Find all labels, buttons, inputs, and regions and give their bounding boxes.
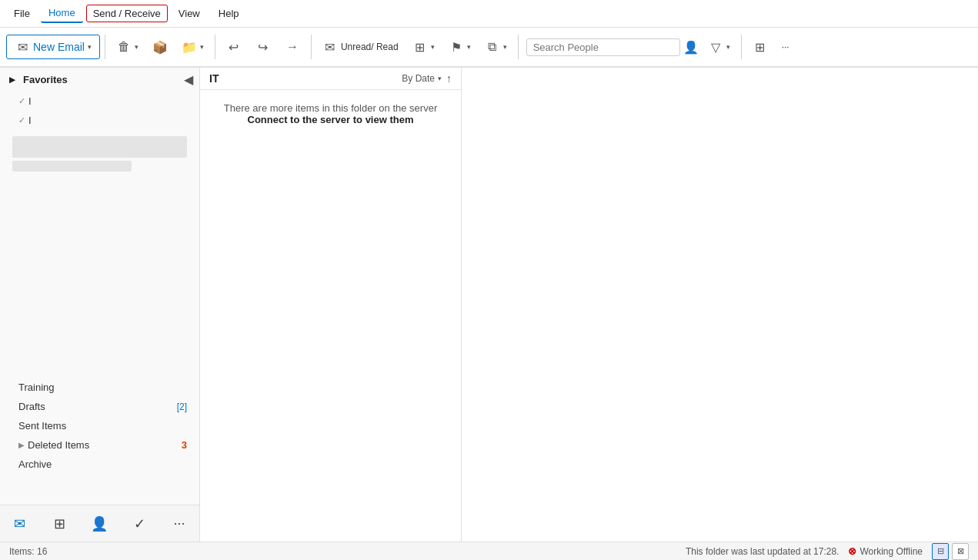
- move-dropdown-arrow[interactable]: ▾: [200, 43, 204, 51]
- separator-1: [105, 35, 105, 59]
- drafts-badge: [2]: [177, 402, 187, 412]
- layout-icon: ⊞: [753, 39, 768, 55]
- contact-search-button[interactable]: 👤: [682, 38, 700, 56]
- content-list-header: IT By Date ▾ ↑: [200, 68, 461, 90]
- new-email-dropdown-arrow[interactable]: ▾: [88, 43, 92, 51]
- unread-read-label: Unread/ Read: [341, 42, 399, 52]
- menu-send-receive[interactable]: Send / Receive: [86, 5, 168, 22]
- menu-view[interactable]: View: [171, 5, 208, 22]
- sidebar-item-deleted[interactable]: ▶ Deleted Items 3: [0, 435, 199, 455]
- sort-label: By Date: [402, 73, 435, 84]
- rules-dropdown-arrow[interactable]: ▾: [503, 43, 507, 51]
- menu-bar: File Home Send / Receive View Help: [0, 0, 978, 28]
- flag-icon: ⚑: [449, 39, 464, 55]
- sidebar-item-sent[interactable]: Sent Items: [0, 416, 199, 435]
- last-updated-text: This folder was last updated at 17:28.: [686, 546, 839, 557]
- separator-4: [518, 35, 519, 59]
- filter-icon: ▽: [708, 39, 723, 55]
- sidebar-item-inbox2[interactable]: ✓ I: [0, 111, 199, 130]
- favorites-chevron: ▶: [9, 75, 15, 84]
- separator-5: [741, 35, 742, 59]
- sidebar-item-training[interactable]: Training: [0, 378, 199, 397]
- server-notice: There are more items in this folder on t…: [200, 90, 461, 138]
- sidebar-item-archive[interactable]: Archive: [0, 455, 199, 474]
- offline-label: Working Offline: [860, 546, 923, 557]
- content-list: IT By Date ▾ ↑ There are more items in t…: [200, 68, 462, 542]
- search-people-input[interactable]: [533, 42, 649, 53]
- connect-server-link[interactable]: Connect to the server to view them: [209, 114, 452, 125]
- inbox2-label: ✓ I: [18, 115, 32, 126]
- sort-controls: By Date ▾ ↑: [402, 72, 452, 85]
- rules-button[interactable]: ⧉ ▾: [479, 36, 513, 58]
- flag-button[interactable]: ⚑ ▾: [442, 36, 477, 58]
- inbox1-label: ✓ I: [18, 95, 32, 107]
- redo-icon: ↪: [255, 39, 271, 55]
- deleted-items-expand: ▶ Deleted Items: [18, 439, 89, 451]
- inbox1-check: ✓: [18, 96, 25, 106]
- archive-button[interactable]: 📦: [146, 36, 174, 58]
- reading-pane-view-button[interactable]: ⊟: [932, 543, 949, 560]
- offline-x-icon: ⊗: [848, 545, 856, 557]
- items-count: Items: 16: [9, 546, 47, 557]
- menu-help[interactable]: Help: [211, 5, 247, 22]
- sort-direction-button[interactable]: ↑: [446, 72, 452, 85]
- move-button[interactable]: 📁 ▾: [175, 36, 210, 58]
- redo-button[interactable]: ↪: [249, 36, 277, 58]
- delete-dropdown-arrow[interactable]: ▾: [135, 43, 139, 51]
- menu-home[interactable]: Home: [41, 4, 83, 23]
- unread-read-button[interactable]: ✉ Unread/ Read: [316, 36, 405, 58]
- sort-by-date[interactable]: By Date ▾: [402, 73, 442, 84]
- more-options-label: ···: [782, 42, 789, 52]
- flag-dropdown-arrow[interactable]: ▾: [467, 43, 471, 51]
- delete-button[interactable]: 🗑 ▾: [110, 36, 145, 58]
- nav-calendar[interactable]: ⊞: [46, 510, 74, 538]
- status-bar: Items: 16 This folder was last updated a…: [0, 542, 978, 560]
- sidebar-item-drafts[interactable]: Drafts [2]: [0, 397, 199, 416]
- layout-button[interactable]: ⊞: [746, 36, 774, 58]
- compact-view-button[interactable]: ⊠: [952, 543, 969, 560]
- move-icon: 📁: [182, 39, 197, 55]
- nav-tasks[interactable]: ✓: [125, 510, 153, 538]
- separator-3: [311, 35, 312, 59]
- more-nav-icon: ···: [174, 515, 185, 532]
- sidebar-collapse-button[interactable]: ◀: [182, 71, 195, 88]
- group-icon: ⊞: [412, 39, 428, 55]
- mail-icon: ✉: [15, 39, 30, 55]
- sort-dropdown-arrow[interactable]: ▾: [438, 75, 442, 82]
- inbox2-check: ✓: [18, 115, 25, 125]
- sidebar: ▶ Favorites ✓ I ✓ I: [0, 68, 200, 542]
- toolbar: ✉ New Email ▾ 🗑 ▾ 📦 📁 ▾ ↩ ↪ → ✉ Unread/ …: [0, 28, 978, 68]
- separator-2: [215, 35, 215, 59]
- server-notice-text: There are more items in this folder on t…: [209, 102, 452, 114]
- filter-button[interactable]: ▽ ▾: [702, 36, 736, 58]
- people-nav-icon: 👤: [91, 515, 108, 532]
- new-email-button[interactable]: ✉ New Email ▾: [6, 35, 100, 59]
- view-icons: ⊟ ⊠: [932, 543, 969, 560]
- group-dropdown-arrow[interactable]: ▾: [431, 43, 435, 51]
- favorites-label: Favorites: [23, 74, 68, 85]
- nav-mail[interactable]: ✉: [6, 510, 34, 538]
- archive-icon: 📦: [152, 39, 168, 55]
- placeholder-2: [12, 161, 132, 172]
- group-button[interactable]: ⊞ ▾: [406, 36, 441, 58]
- reading-pane: [462, 68, 978, 542]
- menu-file[interactable]: File: [6, 5, 38, 22]
- nav-more[interactable]: ···: [165, 510, 193, 538]
- offline-status: ⊗ Working Offline: [848, 545, 923, 557]
- more-options-button[interactable]: ···: [776, 38, 796, 55]
- filter-dropdown-arrow[interactable]: ▾: [726, 43, 730, 51]
- search-people-box[interactable]: [526, 38, 680, 56]
- tasks-nav-icon: ✓: [134, 515, 145, 532]
- sent-label: Sent Items: [18, 420, 66, 432]
- new-email-label: New Email: [33, 41, 85, 53]
- forward-button[interactable]: →: [279, 36, 306, 58]
- deleted-chevron: ▶: [18, 441, 25, 449]
- nav-people[interactable]: 👤: [85, 510, 113, 538]
- rules-icon: ⧉: [485, 39, 500, 55]
- undo-icon: ↩: [226, 39, 242, 55]
- favorites-header[interactable]: ▶ Favorites: [0, 68, 199, 92]
- main-area: ▶ Favorites ✓ I ✓ I: [0, 68, 978, 542]
- undo-button[interactable]: ↩: [220, 36, 248, 58]
- sidebar-item-inbox1[interactable]: ✓ I: [0, 92, 199, 111]
- archive-label: Archive: [18, 458, 52, 470]
